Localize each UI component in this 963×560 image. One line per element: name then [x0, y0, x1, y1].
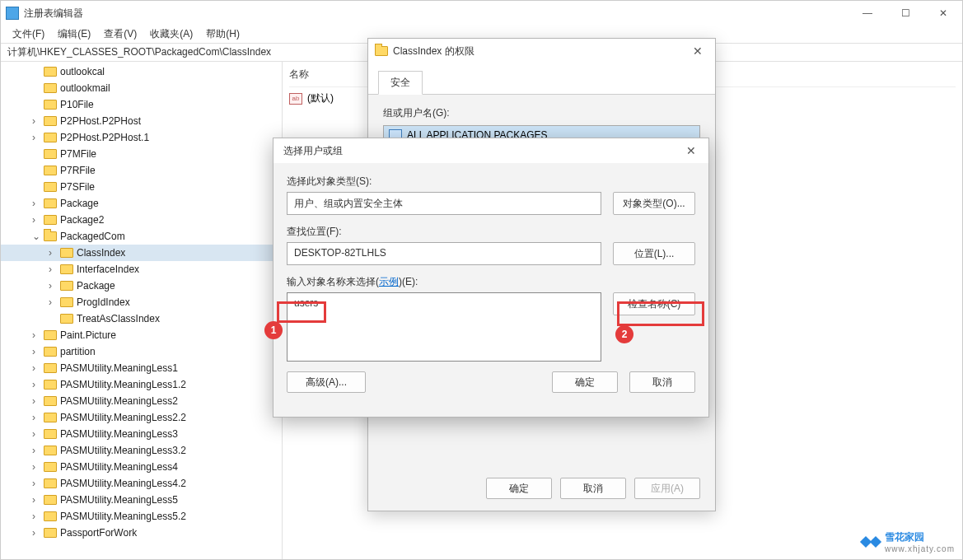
tree-item-label: PackagedCom [60, 231, 125, 242]
folder-icon [44, 133, 57, 142]
tree-item-label: ProgIdIndex [77, 296, 130, 308]
object-type-value: 用户、组或内置安全主体 [287, 192, 601, 215]
chevron-icon[interactable]: › [32, 461, 42, 473]
tree-item[interactable]: ›PASMUtility.MeaningLess5.2 [1, 508, 282, 525]
chevron-icon[interactable]: › [49, 296, 58, 308]
folder-icon [375, 46, 388, 56]
tree-item-label: P2PHost.P2PHost [60, 115, 141, 127]
tree-item[interactable]: ›PASMUtility.MeaningLess2 [1, 393, 282, 409]
close-icon[interactable]: ✕ [687, 44, 708, 58]
tree-item[interactable]: outlookcal [1, 63, 282, 80]
apply-button[interactable]: 应用(A) [634, 478, 700, 499]
chevron-icon[interactable]: › [49, 264, 58, 275]
maximize-button[interactable]: ☐ [886, 1, 924, 26]
chevron-icon[interactable]: ⌄ [32, 231, 42, 242]
tree-item[interactable]: ›ProgIdIndex [1, 294, 282, 310]
chevron-icon[interactable]: › [32, 494, 42, 506]
tree-item[interactable]: P7SFile [1, 179, 282, 195]
tree-item[interactable]: ›ClassIndex [1, 245, 282, 261]
tree-item[interactable]: ›P2PHost.P2PHost.1 [1, 129, 282, 146]
tree-item[interactable]: ›PassportForWork [1, 525, 282, 541]
tree-item-label: PassportForWork [60, 527, 137, 539]
menu-favorites[interactable]: 收藏夹(A) [143, 27, 199, 41]
folder-icon [44, 83, 57, 93]
regedit-icon [6, 7, 19, 20]
advanced-button[interactable]: 高级(A)... [287, 371, 366, 393]
tree-item-label: PASMUtility.MeaningLess3 [60, 428, 178, 440]
tree-item[interactable]: ›Package [1, 195, 282, 212]
chevron-icon[interactable]: › [32, 395, 42, 407]
ok-button[interactable]: 确定 [552, 371, 618, 393]
chevron-icon[interactable]: › [49, 247, 58, 259]
chevron-icon[interactable]: › [32, 412, 42, 423]
tree-item[interactable]: ›Package2 [1, 212, 282, 228]
chevron-icon[interactable]: › [32, 346, 42, 357]
location-value: DESKTOP-82TLHLS [287, 242, 601, 265]
tree-view[interactable]: outlookcaloutlookmailP10File›P2PHost.P2P… [1, 62, 283, 559]
tree-item-label: PASMUtility.MeaningLess1.2 [60, 379, 186, 390]
cancel-button[interactable]: 取消 [560, 478, 626, 499]
value-name: (默认) [307, 91, 334, 105]
chevron-icon[interactable]: › [32, 115, 42, 127]
tree-item[interactable]: ›InterfaceIndex [1, 261, 282, 278]
folder-icon [44, 116, 57, 126]
close-button[interactable]: ✕ [924, 1, 962, 26]
example-link[interactable]: 示例 [379, 276, 399, 287]
check-names-button[interactable]: 检查名称(C) [613, 292, 695, 315]
chevron-icon[interactable]: › [49, 280, 58, 292]
folder-icon [44, 380, 57, 390]
tree-item[interactable]: ›P2PHost.P2PHost [1, 113, 282, 129]
tree-item[interactable]: ›PASMUtility.MeaningLess3.2 [1, 442, 282, 459]
tree-item[interactable]: ›PASMUtility.MeaningLess4.2 [1, 475, 282, 492]
chevron-icon[interactable]: › [32, 132, 42, 143]
ok-button[interactable]: 确定 [486, 478, 552, 499]
menu-view[interactable]: 查看(V) [97, 27, 143, 41]
close-icon[interactable]: ✕ [680, 144, 702, 157]
chevron-icon[interactable]: › [32, 527, 42, 539]
tree-item[interactable]: ⌄PackagedCom [1, 228, 282, 245]
tree-item[interactable]: TreatAsClassIndex [1, 310, 282, 327]
menu-edit[interactable]: 编辑(E) [51, 27, 97, 41]
tree-item[interactable]: ›PASMUtility.MeaningLess4 [1, 459, 282, 475]
chevron-icon[interactable]: › [32, 511, 42, 522]
chevron-icon[interactable]: › [32, 329, 42, 341]
tree-item-label: PASMUtility.MeaningLess2.2 [60, 412, 186, 423]
tree-item-label: partition [60, 346, 96, 357]
menu-file[interactable]: 文件(F) [6, 27, 51, 41]
object-types-button[interactable]: 对象类型(O)... [613, 192, 695, 215]
tab-security[interactable]: 安全 [378, 71, 423, 95]
locations-button[interactable]: 位置(L)... [613, 242, 695, 265]
chevron-icon[interactable]: › [32, 445, 42, 456]
tree-item[interactable]: P7RFile [1, 162, 282, 179]
object-name-label: 输入对象名称来选择(示例)(E): [287, 275, 695, 289]
tree-item[interactable]: ›PASMUtility.MeaningLess2.2 [1, 409, 282, 426]
tree-item-label: Package [77, 280, 115, 292]
tree-item[interactable]: ›Paint.Picture [1, 327, 282, 343]
tree-item[interactable]: P7MFile [1, 146, 282, 162]
tree-item[interactable]: ›Package [1, 278, 282, 294]
tree-item[interactable]: ›PASMUtility.MeaningLess3 [1, 426, 282, 442]
tree-item[interactable]: ›partition [1, 343, 282, 360]
tree-item[interactable]: ›PASMUtility.MeaningLess1 [1, 360, 282, 376]
chevron-icon[interactable]: › [32, 214, 42, 226]
tree-item-label: TreatAsClassIndex [77, 313, 160, 324]
groups-label: 组或用户名(G): [383, 106, 700, 120]
cancel-button[interactable]: 取消 [629, 371, 695, 393]
tree-item-label: PASMUtility.MeaningLess4 [60, 461, 178, 473]
tree-item[interactable]: ›PASMUtility.MeaningLess5 [1, 492, 282, 508]
menu-help[interactable]: 帮助(H) [199, 27, 246, 41]
tree-item[interactable]: outlookmail [1, 80, 282, 96]
chevron-icon[interactable]: › [32, 362, 42, 374]
chevron-icon[interactable]: › [32, 198, 42, 209]
folder-icon [44, 198, 57, 208]
tree-item-label: PASMUtility.MeaningLess5 [60, 494, 178, 506]
minimize-button[interactable]: — [848, 1, 886, 26]
folder-icon [44, 231, 57, 241]
chevron-icon[interactable]: › [32, 428, 42, 440]
folder-icon [60, 297, 73, 307]
chevron-icon[interactable]: › [32, 379, 42, 390]
tree-item[interactable]: P10File [1, 96, 282, 113]
tree-item[interactable]: ›PASMUtility.MeaningLess1.2 [1, 376, 282, 393]
object-name-input[interactable]: users [287, 292, 601, 362]
chevron-icon[interactable]: › [32, 478, 42, 489]
